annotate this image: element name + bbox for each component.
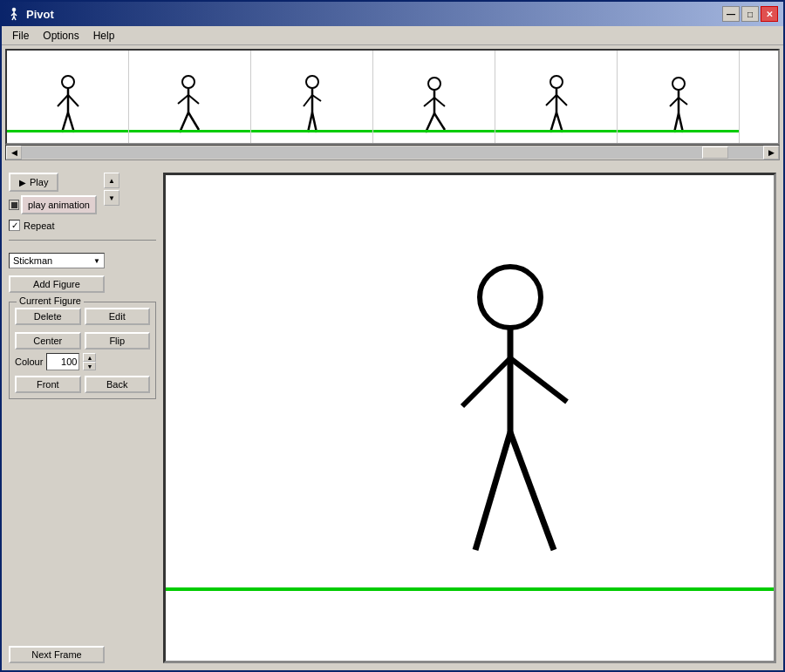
dropdown-arrow-icon: ▼ — [93, 257, 100, 265]
center-button[interactable]: Center — [15, 332, 81, 350]
main-area: ▶ Play play animation — [2, 166, 783, 670]
add-figure-label: Add Figure — [33, 279, 80, 289]
canvas-area — [163, 166, 783, 670]
svg-point-18 — [306, 76, 318, 88]
play-button-group: ▶ Play play animation — [9, 173, 97, 231]
colour-spinner: ▲ ▼ — [83, 353, 96, 370]
frame-cell-1[interactable] — [7, 51, 129, 143]
svg-line-17 — [188, 112, 199, 130]
frame-cell-6[interactable] — [618, 51, 740, 143]
title-bar: Pivot — □ ✕ — [2, 2, 783, 26]
frame-cell-3[interactable] — [251, 51, 373, 143]
play-row: ▶ Play — [9, 173, 97, 192]
canvas-ground-line — [166, 587, 774, 591]
next-frame-label: Next Frame — [31, 649, 81, 660]
colour-up-button[interactable]: ▲ — [83, 353, 96, 362]
app-icon — [7, 7, 21, 21]
frame-green-line-2 — [129, 130, 250, 132]
svg-line-45 — [510, 358, 567, 402]
colour-down-button[interactable]: ▼ — [83, 362, 96, 370]
frame-stickman-1 — [33, 73, 103, 143]
scroll-thumb[interactable] — [702, 146, 728, 159]
menu-help[interactable]: Help — [86, 28, 122, 44]
main-stickman[interactable] — [445, 262, 637, 594]
repeat-row: ✓ Repeat — [9, 220, 97, 231]
frame-cell-4[interactable] — [373, 51, 495, 143]
svg-line-8 — [58, 95, 68, 106]
frame-green-line-4 — [373, 130, 495, 132]
frame-strip[interactable] — [5, 49, 780, 145]
repeat-label: Repeat — [24, 221, 54, 231]
next-frame-area: Next Frame — [9, 637, 156, 663]
left-panel: ▶ Play play animation — [2, 166, 163, 670]
svg-line-14 — [178, 95, 188, 104]
flip-label: Flip — [109, 336, 125, 346]
frame-cell-2[interactable] — [129, 51, 251, 143]
frame-green-line-1 — [7, 130, 128, 132]
speed-down-button[interactable]: ▼ — [104, 190, 119, 206]
stop-icon — [9, 200, 19, 210]
frame-green-line-6 — [618, 130, 739, 132]
edit-label: Edit — [109, 311, 126, 322]
frame-stickman-6 — [644, 73, 713, 143]
svg-point-0 — [12, 8, 16, 11]
svg-point-36 — [672, 78, 685, 90]
delete-label: Delete — [34, 311, 62, 322]
layer-buttons: Front Back — [15, 376, 150, 393]
strip-scrollbar[interactable]: ◀ ▶ — [5, 145, 780, 160]
center-label: Center — [33, 336, 62, 346]
svg-point-6 — [62, 76, 74, 88]
minimize-button[interactable]: — — [722, 6, 740, 22]
colour-label: Colour — [15, 356, 43, 367]
speed-up-button[interactable]: ▲ — [104, 173, 119, 188]
figure-type-dropdown[interactable]: Stickman ▼ — [9, 253, 105, 268]
colour-input[interactable]: 100 — [46, 353, 79, 370]
play-animation-label: play animation — [28, 200, 90, 210]
maximize-button[interactable]: □ — [741, 6, 759, 22]
back-button[interactable]: Back — [85, 376, 151, 393]
svg-line-15 — [188, 95, 199, 104]
main-window: Pivot — □ ✕ File Options Help — [0, 0, 785, 672]
scroll-right-button[interactable]: ▶ — [763, 146, 779, 160]
menu-options[interactable]: Options — [36, 28, 85, 44]
scroll-track[interactable] — [22, 146, 763, 159]
front-button[interactable]: Front — [15, 376, 81, 393]
menu-file[interactable]: File — [5, 28, 36, 44]
svg-line-5 — [14, 17, 16, 20]
canvas-frame[interactable] — [163, 173, 776, 663]
menu-bar: File Options Help — [2, 26, 783, 45]
repeat-checkbox[interactable]: ✓ — [9, 220, 20, 231]
play-label: Play — [30, 177, 48, 187]
add-figure-button[interactable]: Add Figure — [9, 275, 105, 293]
svg-line-39 — [679, 98, 687, 105]
figure-buttons: Delete Edit Center Flip — [15, 308, 150, 350]
next-frame-button[interactable]: Next Frame — [9, 646, 105, 663]
play-controls: ▶ Play play animation — [9, 173, 156, 231]
frame-stickman-4 — [399, 73, 469, 143]
svg-line-27 — [434, 98, 445, 106]
frame-cell-5[interactable] — [495, 51, 618, 143]
play-button[interactable]: ▶ Play — [9, 173, 58, 192]
svg-line-29 — [434, 113, 445, 130]
frame-stickman-3 — [277, 73, 347, 143]
frame-strip-area: ◀ ▶ — [2, 45, 783, 166]
svg-line-44 — [462, 358, 510, 406]
frame-green-line-5 — [495, 130, 617, 132]
flip-button[interactable]: Flip — [85, 332, 151, 350]
svg-line-21 — [312, 95, 321, 101]
current-figure-group: Current Figure Delete Edit Center Flip — [9, 302, 156, 399]
svg-point-42 — [480, 267, 541, 328]
delete-button[interactable]: Delete — [15, 308, 81, 325]
figure-type-label: Stickman — [13, 255, 52, 266]
back-label: Back — [106, 379, 127, 390]
play-animation-button[interactable]: play animation — [21, 195, 97, 214]
svg-line-20 — [304, 95, 312, 106]
edit-button[interactable]: Edit — [85, 308, 151, 325]
window-controls: — □ ✕ — [722, 6, 778, 22]
scroll-left-button[interactable]: ◀ — [6, 146, 22, 160]
svg-line-26 — [424, 98, 434, 106]
svg-line-38 — [670, 98, 679, 106]
frame-stickman-2 — [155, 73, 225, 143]
close-button[interactable]: ✕ — [761, 6, 778, 22]
current-figure-label: Current Figure — [17, 295, 84, 306]
